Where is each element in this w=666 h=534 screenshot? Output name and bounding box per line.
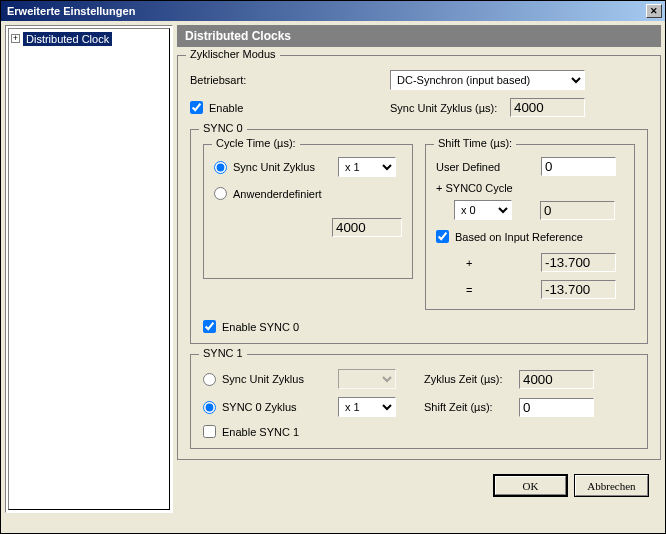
sync-unit-label: Sync Unit Zyklus (µs):	[390, 102, 510, 114]
tree-item-dc[interactable]: + Distributed Clock	[11, 32, 112, 46]
cycle-time-title: Cycle Time (µs):	[212, 137, 300, 149]
based-on-row[interactable]: Based on Input Reference	[436, 230, 624, 243]
betriebsart-label: Betriebsart:	[190, 74, 390, 86]
expand-icon[interactable]: +	[11, 34, 20, 43]
enable-checkbox[interactable]	[190, 101, 203, 114]
radio-sync1-unit[interactable]	[203, 373, 216, 386]
user-defined-label: User Defined	[436, 161, 541, 173]
cycle-time-group: Cycle Time (µs): Sync Unit Zyklus x 1 An…	[203, 144, 413, 279]
sync0-mult-value	[540, 201, 615, 220]
radio-sync-unit[interactable]	[214, 161, 227, 174]
groupbox-sync0: SYNC 0 Cycle Time (µs): Sync Unit Zyklus…	[190, 129, 648, 344]
enable-sync0-checkbox[interactable]	[203, 320, 216, 333]
radio-sync1-unit-row[interactable]: Sync Unit Zyklus	[203, 373, 338, 386]
enable-sync0-label: Enable SYNC 0	[222, 321, 299, 333]
based-on-label: Based on Input Reference	[455, 231, 583, 243]
window-title: Erweiterte Einstellungen	[4, 5, 646, 17]
shift-zeit-label: Shift Zeit (µs):	[424, 401, 519, 413]
enable-sync1-checkbox[interactable]	[203, 425, 216, 438]
zyklus-zeit-label: Zyklus Zeit (µs):	[424, 373, 519, 385]
radio-sync1-sync0-row[interactable]: SYNC 0 Zyklus	[203, 401, 338, 414]
sync0-title: SYNC 0	[199, 122, 247, 134]
button-footer: OK Abbrechen	[177, 468, 661, 507]
zyklus-zeit-value	[519, 370, 594, 389]
dialog-window: Erweiterte Einstellungen ✕ + Distributed…	[0, 0, 666, 534]
betriebsart-combo[interactable]: DC-Synchron (input based)	[390, 70, 585, 90]
close-button[interactable]: ✕	[646, 4, 662, 18]
plus-sync0-label: + SYNC0 Cycle	[436, 182, 624, 194]
groupbox-zyklisch: Zyklischer Modus Betriebsart: DC-Synchro…	[177, 55, 661, 460]
radio-sync-unit-label: Sync Unit Zyklus	[233, 161, 338, 173]
plus-label: +	[436, 257, 541, 269]
groupbox-sync1: SYNC 1 Sync Unit Zyklus Zyklus Zeit (µs)…	[190, 354, 648, 449]
radio-sync-unit-row[interactable]: Sync Unit Zyklus x 1	[214, 157, 402, 177]
enable-sync0-row[interactable]: Enable SYNC 0	[203, 320, 635, 333]
shift-zeit-input[interactable]	[519, 398, 594, 417]
sync-unit-value	[510, 98, 585, 117]
eq-label: =	[436, 284, 541, 296]
radio-sync1-sync0[interactable]	[203, 401, 216, 414]
dialog-body: + Distributed Clock Distributed Clocks Z…	[1, 21, 665, 533]
radio-user-label: Anwenderdefiniert	[233, 188, 322, 200]
groupbox-title: Zyklischer Modus	[186, 48, 280, 60]
tree-panel: + Distributed Clock	[5, 25, 173, 513]
shift-time-group: Shift Time (µs): User Defined + SYNC0 Cy…	[425, 144, 635, 310]
enable-sync1-label: Enable SYNC 1	[222, 426, 299, 438]
radio-sync1-sync0-label: SYNC 0 Zyklus	[222, 401, 297, 413]
radio-user-defined[interactable]	[214, 187, 227, 200]
shift-time-title: Shift Time (µs):	[434, 137, 516, 149]
enable-zyklisch[interactable]: Enable	[190, 101, 390, 114]
sync0-mult-combo[interactable]: x 0	[454, 200, 512, 220]
sync1-sync0-combo[interactable]: x 1	[338, 397, 396, 417]
enable-sync1-row[interactable]: Enable SYNC 1	[203, 425, 635, 438]
ok-button[interactable]: OK	[493, 474, 568, 497]
user-defined-input[interactable]	[541, 157, 616, 176]
based-on-checkbox[interactable]	[436, 230, 449, 243]
sync1-title: SYNC 1	[199, 347, 247, 359]
radio-sync1-unit-label: Sync Unit Zyklus	[222, 373, 304, 385]
enable-label: Enable	[209, 102, 243, 114]
cycle-time-value	[332, 218, 402, 237]
content-header: Distributed Clocks	[177, 25, 661, 47]
content-panel: Distributed Clocks Zyklischer Modus Betr…	[177, 25, 661, 529]
cancel-button[interactable]: Abbrechen	[574, 474, 649, 497]
titlebar: Erweiterte Einstellungen ✕	[1, 1, 665, 21]
tree-item-label: Distributed Clock	[23, 32, 112, 46]
sync1-unit-combo	[338, 369, 396, 389]
radio-user-row[interactable]: Anwenderdefiniert	[214, 187, 402, 200]
sync-unit-mult-combo[interactable]: x 1	[338, 157, 396, 177]
eq-value	[541, 280, 616, 299]
plus-value	[541, 253, 616, 272]
tree-inner: + Distributed Clock	[8, 28, 170, 510]
close-icon: ✕	[650, 6, 658, 16]
